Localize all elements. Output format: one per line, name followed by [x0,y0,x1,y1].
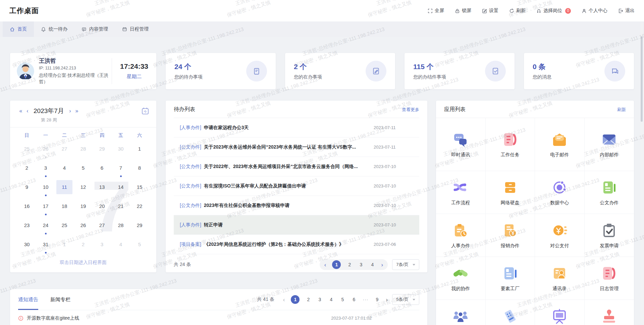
app-工作流程[interactable]: 工作流程 [436,171,486,214]
prev-month-button[interactable]: ‹ [24,108,31,114]
app-stamp[interactable] [585,300,634,325]
pager-page-2[interactable]: 2 [347,262,352,267]
pager-page-5[interactable]: 5 [340,297,345,302]
calendar-day[interactable]: 28 [111,217,130,236]
app-board[interactable] [535,300,585,325]
app-工作任务[interactable]: 工作任务 [486,118,535,171]
app-网络硬盘[interactable]: 网络硬盘 [486,171,535,214]
pager-page-4[interactable]: 4 [328,297,334,302]
pager-page-3[interactable]: 3 [317,297,322,302]
calendar-day[interactable]: 20 [93,198,111,217]
app-报销办件[interactable]: 报销办件 [486,214,535,257]
calendar-day[interactable]: 29 [130,217,149,236]
pager-page-1[interactable]: 1 [332,260,341,269]
calendar-day[interactable]: 1 [130,141,149,160]
scrollbar-thumb[interactable] [641,36,643,122]
pager-page-1[interactable]: 1 [291,295,300,304]
todo-row[interactable]: [公文办件]2023年有生社保公积金基数申报审核申请2023-07-10 [174,196,419,215]
header-action-logout[interactable]: 退出 [618,8,635,14]
pager-next-button[interactable]: › [381,262,383,268]
app-内部邮件[interactable]: 内部邮件 [585,118,634,171]
header-action-lock-screen[interactable]: 锁屏 [455,8,471,14]
app-people[interactable] [436,300,486,325]
calendar-day[interactable]: 16 [17,198,36,217]
calendar-day[interactable]: 17 [36,198,55,217]
todo-row[interactable]: [公文办件]关于2022年、2023年水务局运维项目外采“北京市政务云服务合同（… [174,157,419,176]
app-电子邮件[interactable]: 电子邮件 [535,118,585,171]
app-即时通讯[interactable]: 即时通讯 [436,118,486,171]
todo-row[interactable]: [人事办件]转正申请2023-07-10 [174,215,419,235]
calendar-day[interactable]: 12 [74,179,93,198]
today-icon[interactable]: 今 [142,107,149,115]
app-人事办件[interactable]: 人事办件 [436,214,486,257]
calendar-day[interactable]: 5 [74,160,93,179]
header-action-select-post[interactable]: 选择岗位0 [536,8,571,14]
app-我的协作[interactable]: 我的协作 [436,257,486,300]
app-calc[interactable] [486,300,535,325]
calendar-day[interactable]: 25 [17,141,36,160]
calendar-day[interactable]: 21 [111,198,130,217]
app-日志管理[interactable]: 日志管理 [585,257,634,300]
pager-page-6[interactable]: 6 [351,297,357,302]
app-对公支付[interactable]: 对公支付 [535,214,585,257]
app-通讯录[interactable]: 通讯录 [535,257,585,300]
todo-row[interactable]: [公文办件]有生深境ISO三体系年审人员配合及牌匾借出申请2023-07-10 [174,176,419,196]
pager-prev-button[interactable]: ‹ [324,262,326,268]
header-action-fullscreen[interactable]: 全屏 [428,8,444,14]
calendar-day[interactable]: 30 [111,141,130,160]
calendar-day[interactable]: 6 [93,160,111,179]
calendar-day[interactable]: 15 [130,179,149,198]
pager-page-9[interactable]: 9 [374,297,380,302]
header-action-refresh[interactable]: 刷新 [509,8,526,14]
app-发票申请[interactable]: 发票申请 [585,214,634,257]
prev-year-button[interactable]: « [17,108,24,114]
calendar-day[interactable]: 9 [17,179,36,198]
notice-tab-2[interactable]: 新闻专栏 [50,289,70,310]
pager-page-2[interactable]: 2 [306,297,311,302]
calendar-day[interactable]: 2 [74,236,93,256]
calendar-day[interactable]: 3 [93,236,111,256]
calendar-day[interactable]: 2 [17,160,36,179]
todo-row[interactable]: [人事办件]申请在家远程办公3天2023-07-11 [174,118,419,138]
calendar-day[interactable]: 26 [74,217,93,236]
next-month-button[interactable]: › [67,108,73,114]
notice-per-page-select[interactable]: 5条/页 [392,294,419,305]
calendar-day[interactable]: 13 [93,179,111,198]
pager-prev-button[interactable]: ‹ [283,297,285,303]
tab-home[interactable]: 首页 [3,21,34,37]
pager-next-button[interactable]: › [386,297,388,303]
notice-tab-1[interactable]: 通知通告 [18,289,38,310]
view-more-link[interactable]: 查看更多 [402,107,419,113]
apps-refresh-link[interactable]: 刷新 [617,107,626,113]
calendar-day[interactable]: 1 [55,236,74,256]
calendar-day[interactable]: 29 [93,141,111,160]
calendar-day[interactable]: 10 [36,179,55,198]
app-数据中心[interactable]: 数据中心 [535,171,585,214]
app-公文办件[interactable]: 公文办件 [585,171,634,214]
calendar-day[interactable]: 26 [36,141,55,160]
calendar-day[interactable]: 19 [74,198,93,217]
calendar-day[interactable]: 8 [130,160,149,179]
calendar-day[interactable]: 27 [55,141,74,160]
next-year-button[interactable]: » [73,108,80,114]
tab-unified-todo[interactable]: 统一待办 [34,21,74,37]
calendar-day[interactable]: 23 [17,217,36,236]
pager-page-4[interactable]: 4 [370,262,375,267]
calendar-day[interactable]: 7 [111,160,130,179]
calendar-day[interactable]: 30 [17,236,36,256]
header-action-profile[interactable]: 个人中心 [582,8,607,14]
calendar-day[interactable]: 27 [93,217,111,236]
calendar-day[interactable]: 11 [55,179,74,198]
pager-page-···[interactable]: ··· [363,297,368,302]
calendar-day[interactable]: 14 [111,179,130,198]
calendar-day[interactable]: 18 [55,198,74,217]
tab-content-mgmt[interactable]: 内容管理 [74,21,115,37]
todo-per-page-select[interactable]: 7条/页 [392,259,419,270]
todo-row[interactable]: [公文办件]关于2023年水务运维外采合同“2023年水务局统一认证 有生博大V… [174,138,419,157]
calendar-day[interactable]: 22 [130,198,149,217]
tab-schedule-mgmt[interactable]: 日程管理 [115,21,156,37]
calendar-day[interactable]: 4 [55,160,74,179]
pager-page-3[interactable]: 3 [358,262,364,267]
header-action-settings[interactable]: 设置 [482,8,498,14]
calendar-day[interactable]: 24 [36,217,55,236]
